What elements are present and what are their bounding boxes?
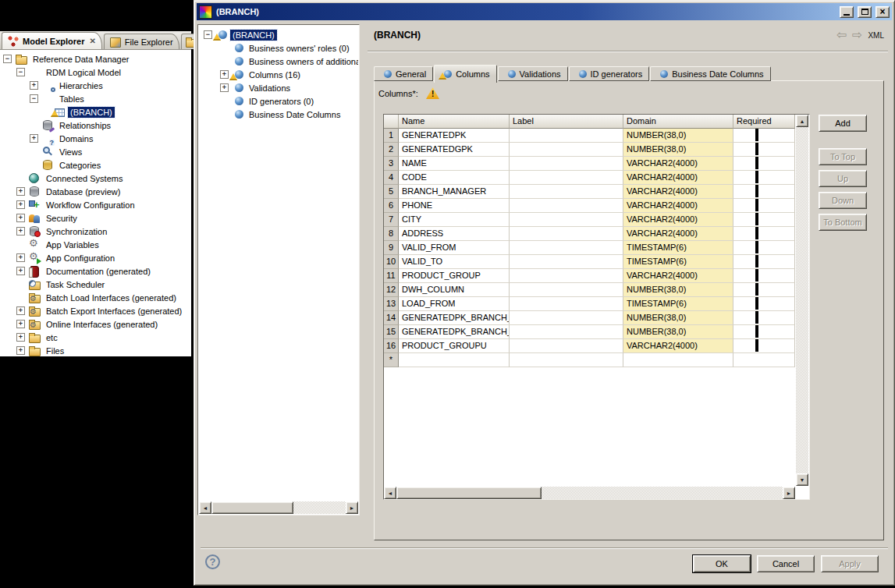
- domain-cell[interactable]: VARCHAR2(4000): [623, 339, 733, 353]
- tree-expander[interactable]: −: [204, 30, 212, 39]
- label-cell[interactable]: [510, 129, 623, 143]
- label-cell[interactable]: [510, 213, 623, 227]
- row-number-cell[interactable]: 1: [384, 129, 399, 143]
- explorer-tree-item[interactable]: +Hierarchies: [0, 79, 191, 92]
- ok-button[interactable]: OK: [693, 555, 751, 572]
- domain-cell[interactable]: TIMESTAMP(6): [623, 241, 733, 255]
- tree-expander[interactable]: +: [16, 187, 25, 196]
- tree-expander[interactable]: +: [16, 333, 25, 342]
- name-cell[interactable]: ADDRESS: [399, 227, 510, 241]
- scroll-left-button[interactable]: ◄: [384, 487, 396, 499]
- row-number-cell[interactable]: 12: [384, 283, 399, 297]
- domain-cell[interactable]: NUMBER(38,0): [623, 283, 733, 297]
- row-number-cell[interactable]: 11: [384, 269, 399, 283]
- domain-cell[interactable]: NUMBER(38,0): [623, 129, 733, 143]
- tree-expander[interactable]: +: [16, 267, 25, 275]
- row-number-cell[interactable]: 16: [384, 339, 399, 353]
- explorer-tree-item[interactable]: +App Configuration: [0, 251, 191, 264]
- required-checkbox[interactable]: [755, 325, 758, 338]
- explorer-tree-item[interactable]: +Domains: [0, 132, 191, 145]
- name-cell[interactable]: [399, 353, 510, 367]
- dialog-tree-item[interactable]: +Columns (16): [199, 68, 358, 81]
- close-button[interactable]: ×: [875, 6, 890, 18]
- table-horizontal-scrollbar[interactable]: ◄ ►: [384, 487, 795, 499]
- domain-cell[interactable]: VARCHAR2(4000): [623, 227, 733, 241]
- explorer-tree-item[interactable]: −Relationships: [0, 119, 191, 132]
- dialog-tree-item[interactable]: −Business Date Columns: [199, 108, 358, 121]
- scroll-right-button[interactable]: ►: [346, 501, 358, 514]
- maximize-button[interactable]: [858, 6, 872, 18]
- label-cell[interactable]: [510, 325, 623, 339]
- domain-cell[interactable]: NUMBER(38,0): [623, 325, 733, 339]
- domain-cell[interactable]: [623, 353, 733, 367]
- tree-expander[interactable]: +: [16, 346, 25, 355]
- row-number-cell[interactable]: 9: [384, 241, 399, 255]
- explorer-tree-item[interactable]: −Tables: [0, 92, 191, 105]
- row-number-cell[interactable]: 5: [384, 185, 399, 199]
- row-number-cell[interactable]: *: [384, 353, 399, 367]
- name-cell[interactable]: GENERATEDGPK: [399, 143, 510, 157]
- name-cell[interactable]: PHONE: [399, 199, 510, 213]
- dialog-tree-item[interactable]: −Business owners of additiona: [199, 55, 358, 68]
- name-cell[interactable]: BRANCH_MANAGER: [399, 185, 510, 199]
- explorer-tree-item[interactable]: −(BRANCH): [0, 105, 191, 119]
- name-cell[interactable]: GENERATEDPK_BRANCH_...: [399, 311, 510, 325]
- to-bottom-button[interactable]: To Bottom: [819, 214, 867, 231]
- explorer-tree-item[interactable]: +Documentation (generated): [0, 264, 191, 278]
- label-cell[interactable]: [510, 185, 623, 199]
- label-cell[interactable]: [510, 283, 623, 297]
- required-checkbox[interactable]: [755, 129, 758, 141]
- label-cell[interactable]: [510, 241, 623, 255]
- label-cell[interactable]: [510, 339, 623, 353]
- dialog-tree-item[interactable]: +Validations: [199, 81, 358, 94]
- forward-arrow-icon[interactable]: ⇨: [852, 29, 862, 41]
- tree-expander[interactable]: −: [3, 55, 12, 63]
- dialog-tree-horizontal-scrollbar[interactable]: ◄ ►: [199, 501, 358, 514]
- domain-cell[interactable]: VARCHAR2(4000): [623, 199, 733, 213]
- row-number-cell[interactable]: 2: [384, 143, 399, 157]
- xml-toggle[interactable]: XML: [868, 31, 884, 40]
- explorer-tree-item[interactable]: −Task Scheduler: [0, 278, 191, 291]
- scroll-up-button[interactable]: ▲: [796, 115, 808, 127]
- required-checkbox[interactable]: [755, 227, 758, 239]
- tab-columns[interactable]: Columns: [434, 65, 496, 83]
- domain-cell[interactable]: VARCHAR2(4000): [623, 185, 733, 199]
- required-checkbox[interactable]: [755, 199, 758, 211]
- label-cell[interactable]: [510, 143, 623, 157]
- to-top-button[interactable]: To Top: [819, 148, 867, 165]
- explorer-tree-item[interactable]: −Connected Systems: [0, 172, 191, 185]
- required-checkbox[interactable]: [755, 283, 758, 296]
- row-number-cell[interactable]: 10: [384, 255, 399, 269]
- explorer-tree-item[interactable]: −Reference Data Manager: [0, 52, 191, 66]
- row-number-cell[interactable]: 7: [384, 213, 399, 227]
- tab-model-explorer[interactable]: Model Explorer ✕: [2, 32, 102, 49]
- label-cell[interactable]: [510, 157, 623, 171]
- row-number-cell[interactable]: 3: [384, 157, 399, 171]
- explorer-tree-item[interactable]: −RDM Logical Model: [0, 66, 191, 79]
- label-cell[interactable]: [510, 353, 623, 367]
- scrollbar-thumb[interactable]: [396, 487, 542, 499]
- name-cell[interactable]: GENERATEDPK: [399, 129, 510, 143]
- up-button[interactable]: Up: [819, 170, 867, 187]
- name-cell[interactable]: LOAD_FROM: [399, 297, 510, 311]
- explorer-tree-item[interactable]: +Database (preview): [0, 185, 191, 198]
- label-cell[interactable]: [510, 269, 623, 283]
- domain-cell[interactable]: TIMESTAMP(6): [623, 297, 733, 311]
- name-cell[interactable]: DWH_COLUMN: [399, 283, 510, 297]
- close-icon[interactable]: ✕: [89, 37, 95, 45]
- tab-validations[interactable]: Validations: [498, 66, 568, 81]
- domain-cell[interactable]: TIMESTAMP(6): [623, 255, 733, 269]
- name-cell[interactable]: VALID_FROM: [399, 241, 510, 255]
- domain-cell[interactable]: VARCHAR2(4000): [623, 269, 733, 283]
- name-cell[interactable]: NAME: [399, 157, 510, 171]
- explorer-tree-item[interactable]: +etc: [0, 331, 191, 344]
- explorer-tree-item[interactable]: +Workflow Configuration: [0, 198, 191, 211]
- row-number-cell[interactable]: 15: [384, 325, 399, 339]
- tab-file-explorer[interactable]: File Explorer: [104, 34, 179, 49]
- required-checkbox[interactable]: [755, 157, 758, 169]
- down-button[interactable]: Down: [819, 192, 867, 209]
- tree-expander[interactable]: +: [16, 214, 25, 222]
- name-cell[interactable]: CITY: [399, 213, 510, 227]
- tree-expander[interactable]: +: [16, 200, 25, 209]
- tree-expander[interactable]: +: [220, 83, 229, 92]
